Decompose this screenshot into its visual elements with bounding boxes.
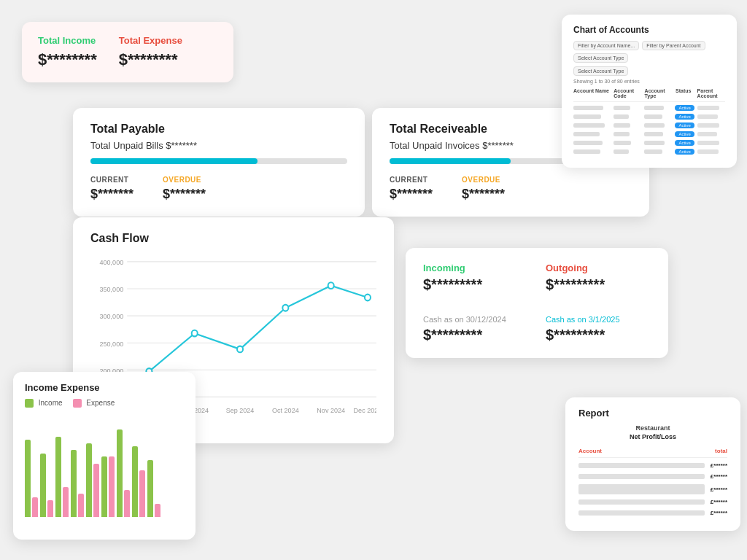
report-subtitle: Net Profit/Loss xyxy=(578,433,727,440)
expense-legend-label: Expense xyxy=(86,399,115,407)
svg-point-22 xyxy=(328,282,334,289)
coa-status-badge: Active xyxy=(675,114,694,120)
total-expense-label: Total Expense xyxy=(119,35,182,46)
coa-parent-bar xyxy=(697,114,719,119)
coa-name-bar xyxy=(573,141,603,145)
current-overdue-row-payable: CURRENT $******* OVERDUE $******* xyxy=(90,176,347,202)
current-payable-value: $******* xyxy=(90,187,133,202)
coa-col-account-name: Account Name xyxy=(573,88,611,98)
ie-legend: Income Expense xyxy=(25,399,184,408)
svg-text:Oct 2024: Oct 2024 xyxy=(272,406,299,414)
income-bar xyxy=(55,437,61,518)
svg-text:400,000: 400,000 xyxy=(100,258,124,266)
svg-text:Sep 2024: Sep 2024 xyxy=(226,406,255,414)
total-income-item: Total Income $******** xyxy=(38,35,97,69)
report-row-value: £****** xyxy=(711,486,727,493)
svg-text:350,000: 350,000 xyxy=(100,285,124,293)
coa-filter-type-btn[interactable]: Select Account Type xyxy=(573,53,628,63)
cash-flow-title: Cash Flow xyxy=(90,232,376,245)
total-income-label: Total Income xyxy=(38,35,97,46)
svg-point-20 xyxy=(237,346,243,353)
coa-filter-parent-btn[interactable]: Filter by Parent Account xyxy=(642,41,705,50)
expense-bar xyxy=(139,470,145,518)
report-total-col: total xyxy=(715,448,727,454)
report-row-bar xyxy=(578,474,705,479)
coa-type-bar xyxy=(644,149,662,154)
bar-group xyxy=(40,454,53,518)
income-bar xyxy=(71,450,77,517)
coa-showing: Showing 1 to 30 of 80 entries xyxy=(573,79,725,84)
outgoing-value: $********* xyxy=(546,276,651,293)
income-expense-summary-card: Total Income $******** Total Expense $**… xyxy=(22,22,233,82)
income-bar xyxy=(132,446,138,517)
income-bar xyxy=(25,440,31,517)
report-row-value: £****** xyxy=(711,473,727,480)
income-bar xyxy=(147,460,153,517)
svg-point-23 xyxy=(365,295,371,301)
total-unpaid-bills-label: Total Unpaid Bills $******* xyxy=(90,140,347,151)
cashflow-grid: Incoming $********* Outgoing $********* … xyxy=(423,262,651,343)
cash-date1-value: $********* xyxy=(423,327,528,343)
coa-code-bar xyxy=(614,114,629,119)
coa-filter-type-btn2[interactable]: Select Account Type xyxy=(573,66,628,76)
svg-text:250,000: 250,000 xyxy=(100,339,124,347)
coa-status-badge: Active xyxy=(675,131,694,137)
list-item: £****** xyxy=(578,510,727,516)
coa-name-bar xyxy=(573,132,600,136)
coa-type-bar xyxy=(644,106,664,110)
list-item: £****** xyxy=(578,473,727,480)
coa-filter-name-btn[interactable]: Filter by Account Name... xyxy=(573,41,639,50)
coa-col-account-type: Account Type xyxy=(645,88,673,98)
expense-legend-dot xyxy=(73,399,82,408)
overdue-payable-value: $******* xyxy=(163,187,206,202)
svg-text:Dec 2024: Dec 2024 xyxy=(354,406,376,414)
income-bar xyxy=(86,443,92,518)
cashflow-summary-card: Incoming $********* Outgoing $********* … xyxy=(406,248,668,358)
outgoing-label: Outgoing xyxy=(546,262,651,273)
expense-bar xyxy=(47,500,53,517)
expense-bar xyxy=(93,464,99,518)
overdue-payable-section: OVERDUE $******* xyxy=(163,176,206,202)
coa-name-bar xyxy=(573,114,601,119)
overdue-receivable-section: OVERDUE $******* xyxy=(462,176,505,202)
coa-status-badge: Active xyxy=(675,105,694,111)
income-legend-item: Income xyxy=(25,399,63,408)
income-legend-dot xyxy=(25,399,34,408)
report-row-value: £****** xyxy=(711,510,727,516)
overdue-receivable-value: $******* xyxy=(462,187,505,202)
coa-type-bar xyxy=(644,114,662,119)
list-item: £****** xyxy=(578,499,727,505)
coa-parent-bar xyxy=(697,132,718,136)
bar-group xyxy=(71,450,84,517)
expense-bar xyxy=(32,497,38,518)
chart-of-accounts-card: Chart of Accounts Filter by Account Name… xyxy=(562,15,737,168)
coa-name-bar xyxy=(573,149,600,154)
incoming-label: Incoming xyxy=(423,262,528,273)
coa-code-bar xyxy=(614,149,629,154)
coa-col-account-code: Account Code xyxy=(614,88,641,98)
table-row: Active xyxy=(573,149,725,155)
report-row-bar xyxy=(578,510,705,516)
coa-col-parent: Parent Account xyxy=(697,88,725,98)
coa-code-bar xyxy=(614,141,631,145)
report-row-value: £****** xyxy=(711,462,727,469)
report-row-bar xyxy=(578,463,705,468)
income-expense-chart-title: Income Expense xyxy=(25,382,184,393)
current-payable-section: CURRENT $******* xyxy=(90,176,133,202)
coa-title: Chart of Accounts xyxy=(573,25,725,35)
coa-type-bar xyxy=(644,132,663,136)
svg-text:Nov 2024: Nov 2024 xyxy=(317,406,345,414)
cash-date2-section: Cash as on 3/1/2025 $********* xyxy=(546,305,651,343)
expense-bar xyxy=(155,504,160,517)
coa-parent-bar xyxy=(697,123,720,128)
cash-date1-label: Cash as on 30/12/2024 xyxy=(423,315,528,324)
total-expense-item: Total Expense $******** xyxy=(119,35,182,69)
progress-bar-fill-payable xyxy=(90,158,258,164)
cash-date1-section: Cash as on 30/12/2024 $********* xyxy=(423,305,528,343)
expense-bar xyxy=(124,490,130,517)
income-legend-label: Income xyxy=(39,399,63,407)
expense-legend-item: Expense xyxy=(73,399,115,408)
total-payable-title: Total Payable xyxy=(90,122,347,136)
report-card: Report Restaurant Net Profit/Loss Accoun… xyxy=(565,397,740,531)
coa-table-header: Account Name Account Code Account Type S… xyxy=(573,88,725,102)
